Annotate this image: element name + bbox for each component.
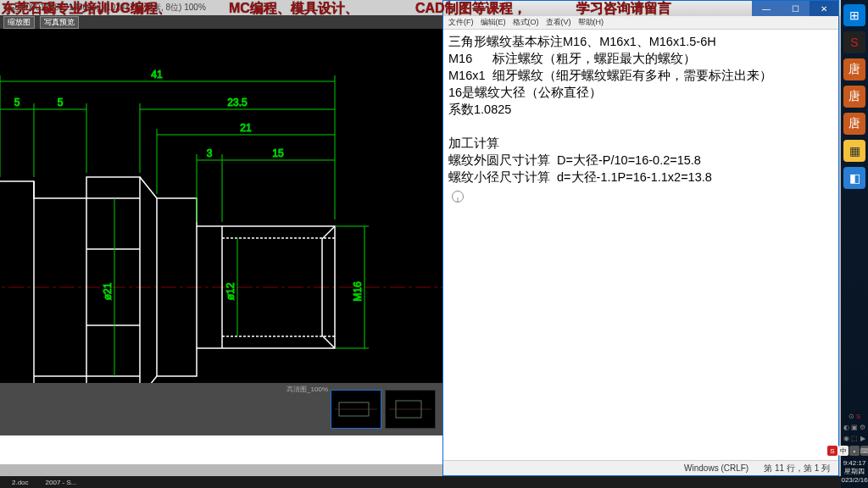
svg-line-9 [322,226,335,239]
ime-s-icon[interactable]: S [827,446,837,456]
text-cursor-icon: I [452,191,464,202]
ime-zh-icon[interactable]: 中 [838,446,849,456]
notepad-text-area[interactable]: 三角形螺纹基本标注M16、M16x1、M16x1.5-6H M16 标注螺纹（粗… [443,30,838,210]
clock[interactable]: 9:42:17 星期四 023/2/16 [841,459,867,485]
windows-taskbar[interactable]: 2.doc 2007 - S... [0,476,841,488]
dim-41: 41 [151,69,163,80]
taskbar-item-1[interactable]: 2.doc [12,479,29,486]
system-tray: ⊙ S ◐ ▣ ⚙ ◉ ⬚ ▶ S 中 • ⌨ ☺ 9:42:17 星期四 02… [842,413,867,488]
close-button[interactable]: ✕ [810,1,838,16]
tray-icons-row1[interactable]: ⊙ S [849,413,861,420]
ime-indicator[interactable]: S 中 • ⌨ ☺ [827,446,868,456]
notepad-menubar: 文件(F) 编辑(E) 格式(O) 查看(V) 帮助(H) [443,16,838,30]
line1: 三角形螺纹基本标注M16、M16x1、M16x1.5-6H [448,35,716,48]
status-encoding: Windows (CRLF) [684,463,748,473]
tray-icons-row3[interactable]: ◉ ⬚ ▶ [843,435,865,442]
svg-line-10 [322,336,335,348]
line8: 螺纹外圆尺寸计算 D=大径-P/10=16-0.2=15.8 [448,153,701,167]
right-dock: ⊞ S 唐 唐 唐 ▦ ◧ ⊙ S ◐ ▣ ⚙ ◉ ⬚ ▶ S 中 • ⌨ ☺ … [841,0,868,488]
line3: M16x1 细牙螺纹（细牙螺纹螺距有多种，需要标注出来） [448,69,772,82]
viewer-toolbar: 缩放图 写真预览 [0,15,442,29]
app-icon-2[interactable]: 唐 [843,86,865,108]
thumbnail-1[interactable] [331,390,381,429]
menu-edit[interactable]: 编辑(E) [481,17,506,28]
dia-12: ø12 [225,282,236,300]
dim-5a: 5 [14,97,20,108]
line5: 系数1.0825 [448,103,511,116]
sogou-icon[interactable]: S [843,31,865,53]
menu-format[interactable]: 格式(O) [513,17,539,28]
cad-drawing: 41 5 5 23.5 21 3 15 ø21 [0,29,442,383]
minimize-button[interactable]: — [752,1,781,16]
windows-icon[interactable]: ⊞ [843,4,865,26]
taskbar-item-2[interactable]: 2007 - S... [46,479,77,486]
dim-3: 3 [207,147,213,159]
tray-icons-row2[interactable]: ◐ ▣ ⚙ [843,424,865,431]
image-viewer: 缩放图 写真预览 [0,15,442,464]
line9: 螺纹小径尺寸计算 d=大径-1.1P=16-1.1x2=13.8 [448,170,712,184]
status-position: 第 11 行，第 1 列 [764,463,830,474]
preview-button[interactable]: 写真预览 [40,16,79,29]
thumbnail-strip: 高清图_100% [0,383,442,435]
image-filename: QQ_20001138691456.jpg (1024×744像素, 8位) 1… [3,2,206,14]
menu-view[interactable]: 查看(V) [546,17,571,28]
line7: 加工计算 [448,136,499,150]
dim-23-5: 23.5 [227,97,248,108]
svg-line-2 [140,376,157,383]
notepad-titlebar[interactable]: — ☐ ✕ [443,1,838,16]
dim-5b: 5 [58,97,64,108]
notepad-window: — ☐ ✕ 文件(F) 编辑(E) 格式(O) 查看(V) 帮助(H) 三角形螺… [442,0,839,476]
menu-file[interactable]: 文件(F) [448,17,474,28]
dia-21: ø21 [102,282,114,300]
dim-15: 15 [272,147,284,159]
maximize-button[interactable]: ☐ [781,1,810,16]
line2: M16 标注螺纹（粗牙，螺距最大的螺纹） [448,52,696,65]
app-icon-4[interactable]: ▦ [843,140,865,162]
dim-21: 21 [240,122,252,134]
desktop-area: QQ_20001138691456.jpg (1024×744像素, 8位) 1… [0,0,841,488]
ime-dot1-icon[interactable]: • [849,446,860,456]
ime-dot2-icon[interactable]: ⌨ [860,446,868,456]
menu-help[interactable]: 帮助(H) [578,17,604,28]
app-icon-1[interactable]: 唐 [843,58,865,80]
line4: 16是螺纹大径（公称直径） [448,86,602,99]
thumb-label: 高清图_100% [287,385,328,394]
thumbnail-2[interactable] [385,390,436,429]
zoom-button[interactable]: 缩放图 [3,16,35,29]
app-icon-3[interactable]: 唐 [843,113,865,135]
svg-line-1 [140,177,157,198]
app-icon-5[interactable]: ◧ [843,167,865,189]
notepad-statusbar: Windows (CRLF) 第 11 行，第 1 列 [443,460,838,475]
thread-m16: M16 [352,281,364,302]
